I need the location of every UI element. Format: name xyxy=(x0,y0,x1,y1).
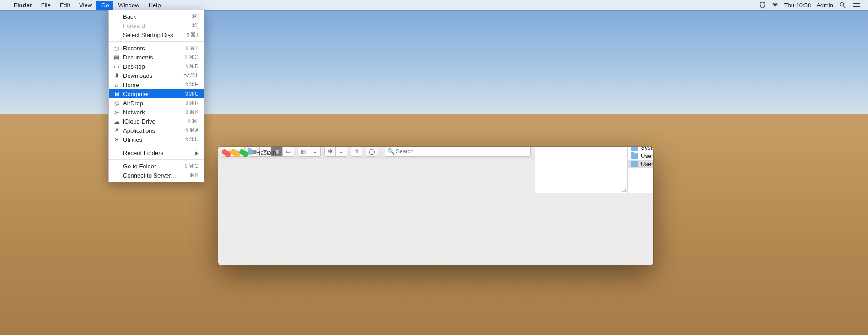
menu-go[interactable]: Go xyxy=(96,1,113,10)
menu-item-label: Select Startup Disk xyxy=(123,32,174,38)
menu-item-label: Downloads xyxy=(123,72,152,79)
utilities-icon: ✕ xyxy=(113,136,120,143)
apps-icon: Ａ xyxy=(113,126,120,135)
menu-item-back[interactable]: Back⌘[ xyxy=(109,12,204,21)
item-label: Users xyxy=(641,161,653,168)
menu-item-label: Connect to Server… xyxy=(123,172,177,179)
search-input[interactable] xyxy=(385,147,531,157)
tags-button[interactable]: ◯ xyxy=(366,147,377,157)
menu-item-utilities[interactable]: ✕Utilities⇧⌘U xyxy=(109,135,204,144)
menu-item-label: Network xyxy=(123,109,145,116)
shortcut-label: ⌘[ xyxy=(192,13,199,20)
network-icon: ⊛ xyxy=(113,109,120,116)
menu-item-downloads[interactable]: ⬇Downloads⌥⌘L xyxy=(109,71,204,80)
folder-icon xyxy=(631,161,638,167)
shortcut-label: ⇧⌘H xyxy=(184,81,199,88)
doc-icon: ▤ xyxy=(113,54,120,61)
column-1: Applications▶Incompatible Software▶Libra… xyxy=(628,147,653,193)
menu-item-recents[interactable]: ◷Recents⇧⌘F xyxy=(109,43,204,53)
wifi-icon[interactable] xyxy=(769,1,782,9)
spotlight-icon[interactable] xyxy=(836,1,849,9)
finder-titlebar[interactable]: Haslamk 〈 〉 ▦ ≣ ▥ ▭ ▦⌄ ✻⌄ ⇧ ◯ 🔍 Favourit… xyxy=(218,147,653,157)
submenu-arrow-icon: ▶ xyxy=(195,151,199,156)
menu-item-forward: Forward⌘] xyxy=(109,21,204,30)
shortcut-label: ⇧⌘O xyxy=(184,54,199,60)
menu-item-label: Applications xyxy=(123,127,155,134)
menu-item-home[interactable]: ⌂Home⇧⌘H xyxy=(109,80,204,89)
menu-item-airdrop[interactable]: ◎AirDrop⇧⌘R xyxy=(109,98,204,108)
close-button[interactable] xyxy=(225,151,231,157)
shortcut-label: ⇧⌘U xyxy=(184,136,199,143)
go-menu-dropdown: Back⌘[ Forward⌘] Select Startup Disk⇧⌘↑◷… xyxy=(108,10,204,182)
menu-item-icloud-drive[interactable]: ☁iCloud Drive⇧⌘I xyxy=(109,117,204,126)
column-item-user-information[interactable]: User Information▶ xyxy=(628,152,653,160)
menu-item-desktop[interactable]: ▭Desktop⇧⌘D xyxy=(109,62,204,71)
share-button[interactable]: ⇧ xyxy=(351,147,362,157)
finder-window: Haslamk 〈 〉 ▦ ≣ ▥ ▭ ▦⌄ ✻⌄ ⇧ ◯ 🔍 Favourit… xyxy=(218,147,653,265)
menu-item-label: Go to Folder… xyxy=(123,163,162,170)
search-field-wrap: 🔍 xyxy=(385,147,531,157)
svg-line-1 xyxy=(843,6,845,8)
shield-icon[interactable] xyxy=(756,1,769,9)
menu-item-label: Back xyxy=(123,13,136,20)
shortcut-label: ⇧⌘A xyxy=(184,127,199,134)
menu-help[interactable]: Help xyxy=(144,1,166,10)
gallery-view-button[interactable]: ▭ xyxy=(283,147,294,157)
shortcut-label: ⇧⌘R xyxy=(184,100,199,106)
menu-file[interactable]: File xyxy=(37,1,55,10)
item-label: User Information xyxy=(641,152,653,159)
shortcut-label: ⇧⌘K xyxy=(184,109,199,115)
shortcut-label: ⌘] xyxy=(192,22,199,29)
column-item-users[interactable]: Users▶ xyxy=(628,160,653,168)
item-label: System xyxy=(641,147,653,151)
shortcut-label: ⇧⌘D xyxy=(184,63,199,70)
menu-item-network[interactable]: ⊛Network⇧⌘K xyxy=(109,108,204,117)
shortcut-label: ⇧⌘C xyxy=(184,91,199,97)
menu-item-documents[interactable]: ▤Documents⇧⌘O xyxy=(109,53,204,62)
shortcut-label: ⌘K xyxy=(189,172,199,178)
action-menu-button[interactable]: ✻⌄ xyxy=(324,147,347,157)
menu-item-applications[interactable]: ＡApplications⇧⌘A xyxy=(109,126,204,135)
menubar: Finder FileEditViewGoWindowHelp Thu 10:5… xyxy=(0,0,868,10)
column-0: Macintosh HD▶Network▶Remote Disc▶ xyxy=(535,147,628,193)
shortcut-label: ⇧⌘I xyxy=(187,118,199,124)
menu-item-connect-to-server-[interactable]: Connect to Server…⌘K xyxy=(109,171,204,180)
minimize-button[interactable] xyxy=(234,151,240,157)
menu-item-label: Home xyxy=(123,81,139,88)
menu-item-computer[interactable]: 🖥Computer⇧⌘C xyxy=(109,89,204,98)
menu-item-go-to-folder-[interactable]: Go to Folder…⇧⌘G xyxy=(109,162,204,171)
menu-item-label: Recent Folders xyxy=(123,150,163,157)
menu-item-label: Forward xyxy=(123,22,145,29)
group-by-button[interactable]: ▦⌄ xyxy=(298,147,321,157)
folder-icon xyxy=(248,149,253,155)
window-title: Haslamk xyxy=(256,149,262,155)
menu-view[interactable]: View xyxy=(75,1,96,10)
menu-item-label: Recents xyxy=(123,45,145,52)
cloud-icon: ☁ xyxy=(113,118,120,125)
shortcut-label: ⌥⌘L xyxy=(183,72,199,79)
airdrop-icon: ◎ xyxy=(113,100,120,107)
menu-item-label: Computer xyxy=(123,91,149,97)
computer-icon: 🖥 xyxy=(113,91,120,97)
column-item-system[interactable]: System▶ xyxy=(628,147,653,152)
menu-item-recent-folders[interactable]: Recent Folders▶ xyxy=(109,148,204,157)
svg-point-0 xyxy=(840,3,844,6)
home-icon: ⌂ xyxy=(113,81,120,88)
shortcut-label: ⇧⌘G xyxy=(184,163,199,169)
user-name[interactable]: Admin xyxy=(814,2,836,9)
search-icon: 🔍 xyxy=(387,148,395,155)
window-controls: Haslamk xyxy=(222,149,262,155)
clock-icon: ◷ xyxy=(113,45,120,52)
menu-item-label: Documents xyxy=(123,54,153,61)
folder-icon xyxy=(631,147,638,151)
menu-item-label: Desktop xyxy=(123,63,145,70)
menu-edit[interactable]: Edit xyxy=(55,1,75,10)
notification-center-icon[interactable] xyxy=(849,3,864,7)
finder-columns: Macintosh HD▶Network▶Remote Disc▶Applica… xyxy=(535,147,653,193)
clock-time[interactable]: Thu 10:58 xyxy=(782,2,814,9)
app-menu[interactable]: Finder xyxy=(9,1,37,10)
shortcut-label: ⇧⌘F xyxy=(185,45,199,51)
folder-icon xyxy=(631,153,638,159)
menu-window[interactable]: Window xyxy=(113,1,144,10)
menu-item-select-startup-disk[interactable]: Select Startup Disk⇧⌘↑ xyxy=(109,30,204,39)
